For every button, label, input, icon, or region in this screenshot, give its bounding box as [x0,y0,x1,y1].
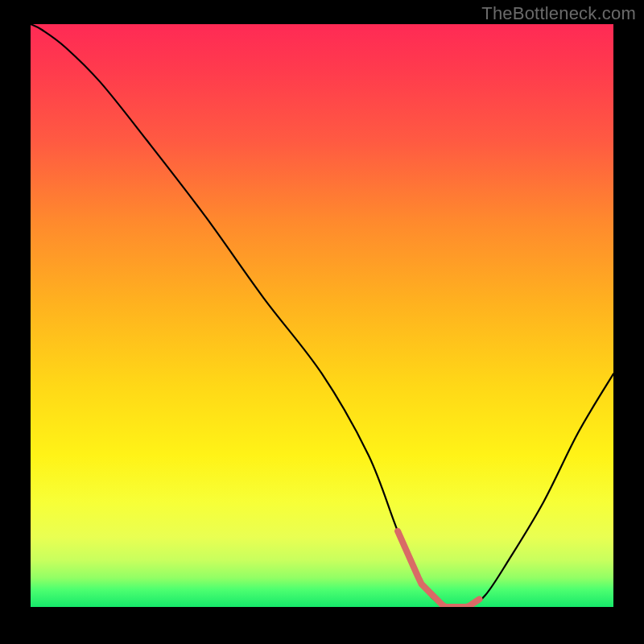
curve-svg [31,24,613,607]
highlight-segment [398,531,479,607]
chart-frame: TheBottleneck.com [0,0,644,644]
bottleneck-curve-line [31,24,613,607]
plot-area [31,24,613,607]
watermark-text: TheBottleneck.com [481,3,636,24]
